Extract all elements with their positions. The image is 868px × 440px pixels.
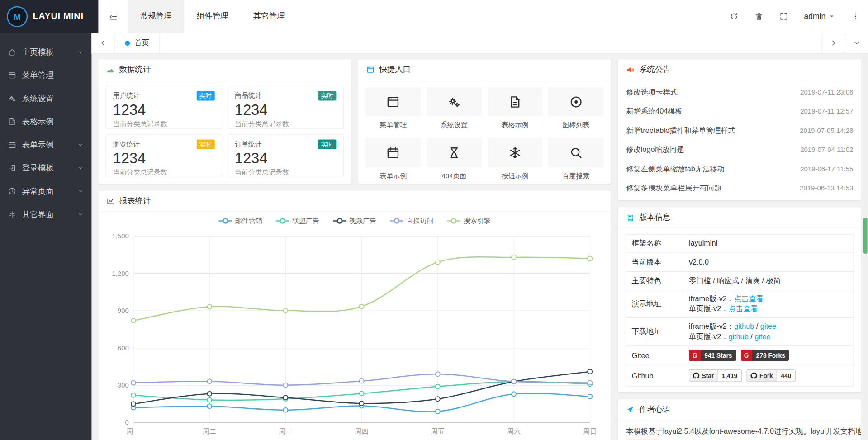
collapse-sidebar-button[interactable] <box>98 0 128 33</box>
card-title: 报表统计 <box>119 196 151 206</box>
quick-entry-item[interactable]: 图标列表 <box>548 87 603 130</box>
legend-item[interactable]: 直接访问 <box>390 217 433 225</box>
stat-panel-top: 浏览统计实时 <box>113 140 214 149</box>
stat-value: 1234 <box>113 102 214 118</box>
left-column: 数据统计 用户统计实时1234当前分类总记录数商品统计实时1234当前分类总记录… <box>98 59 611 440</box>
github-badge[interactable]: Fork440 <box>746 369 796 382</box>
quick-entry-item[interactable]: 按钮示例 <box>488 138 543 181</box>
sidebar-item-label: 主页模板 <box>22 47 54 57</box>
header-nav-tab[interactable]: 组件管理 <box>184 0 241 33</box>
quick-entry-item[interactable]: 菜单管理 <box>365 87 421 130</box>
user-menu[interactable]: admin <box>796 0 843 33</box>
tabs-menu-button[interactable] <box>845 33 868 53</box>
github-icon <box>750 372 757 379</box>
gitee-badge-row: G941 StarsG278 Forks <box>689 350 848 361</box>
quick-entry-label: 菜单管理 <box>365 120 421 130</box>
version-link-line: iframe版-v2：github / gitee <box>689 322 848 331</box>
clear-cache-button[interactable] <box>746 0 771 33</box>
svg-text:周日: 周日 <box>583 427 597 435</box>
stat-grid: 用户统计实时1234当前分类总记录数商品统计实时1234当前分类总记录数浏览统计… <box>98 80 351 183</box>
version-link[interactable]: 点击查看 <box>728 304 758 313</box>
sidebar-item[interactable]: 异常页面 <box>0 180 91 203</box>
sidebar-item[interactable]: 系统设置 <box>0 87 91 110</box>
caret-down-icon <box>828 13 835 20</box>
stat-panel-top: 商品统计实时 <box>235 91 336 100</box>
sidebar-item[interactable]: 主页模板 <box>0 41 91 64</box>
calendar-icon <box>8 141 22 149</box>
menu-fold-icon <box>108 12 118 21</box>
version-link[interactable]: gitee <box>760 322 776 331</box>
window-icon <box>8 71 22 80</box>
version-link[interactable]: github <box>734 322 754 331</box>
version-link[interactable]: 点击查看 <box>734 294 764 303</box>
tab-home[interactable]: 首页 <box>115 33 160 53</box>
notice-item[interactable]: 新增系统404模板2019-07-11 12:57 <box>626 102 853 121</box>
chevron-right-icon <box>830 39 837 47</box>
notice-item[interactable]: 修复多模块菜单栏展开有问题2019-06-13 14:53 <box>626 179 853 198</box>
stat-desc: 当前分类总记录数 <box>235 168 336 177</box>
notice-item[interactable]: 新增treetable插件和菜单管理样式2019-07-05 14:28 <box>626 121 853 140</box>
legend-item[interactable]: 搜索引擎 <box>447 217 490 225</box>
notice-text: 修改logo缩放问题 <box>626 145 684 155</box>
quick-entry-item[interactable]: 表单示例 <box>365 138 421 181</box>
quick-entry-item[interactable]: 系统设置 <box>427 87 482 130</box>
gitee-badge[interactable]: G278 Forks <box>740 350 789 361</box>
notice-text: 新增treetable插件和菜单管理样式 <box>626 125 735 135</box>
stat-label: 订单统计 <box>235 140 262 149</box>
header-nav-tab[interactable]: 其它管理 <box>241 0 297 33</box>
version-link[interactable]: github <box>728 332 748 341</box>
quick-entry-item[interactable]: 表格示例 <box>488 87 543 130</box>
sidebar-item[interactable]: 菜单管理 <box>0 64 91 87</box>
card-title: 系统公告 <box>639 64 671 74</box>
notice-item[interactable]: 修改选项卡样式2019-07-11 23:06 <box>626 82 853 101</box>
svg-text:300: 300 <box>117 381 128 389</box>
quick-entry-item[interactable]: 百度搜索 <box>548 138 603 181</box>
refresh-button[interactable] <box>721 0 746 33</box>
legend-marker <box>276 218 289 223</box>
sidebar-item[interactable]: 登录模板 <box>0 156 91 180</box>
version-link[interactable]: gitee <box>754 332 770 341</box>
notice-text: 修复左侧菜单缩放tab无法移动 <box>626 164 724 174</box>
hourglass-icon <box>447 146 461 160</box>
fullscreen-button[interactable] <box>771 0 796 33</box>
notice-item[interactable]: 修复左侧菜单缩放tab无法移动2019-06-17 11:55 <box>626 159 853 178</box>
legend-item[interactable]: 联盟广告 <box>276 217 319 225</box>
card-header: 版本信息 <box>618 207 861 228</box>
tabs-scroll-left-button[interactable] <box>91 33 114 53</box>
version-row-value: v2.0.0 <box>683 253 853 271</box>
svg-text:600: 600 <box>117 344 128 352</box>
sidebar-item[interactable]: 其它界面 <box>0 203 91 226</box>
paper-plane-icon <box>626 405 635 414</box>
legend-marker <box>390 218 403 223</box>
legend-label: 联盟广告 <box>292 216 319 226</box>
legend-item[interactable]: 视频广告 <box>333 217 376 225</box>
more-menu-button[interactable] <box>843 0 868 33</box>
sidebar-item[interactable]: 表单示例 <box>0 133 91 156</box>
area-chart-icon <box>106 65 115 74</box>
version-row: 框架名称layuimini <box>626 234 853 253</box>
tabs-scroll-right-button[interactable] <box>821 33 844 53</box>
quick-entry-item[interactable]: 404页面 <box>427 138 482 181</box>
header-nav-tab[interactable]: 常规管理 <box>128 0 184 33</box>
quick-entry-icon-box <box>427 138 482 167</box>
github-badge[interactable]: Star1,419 <box>689 369 742 382</box>
svg-text:900: 900 <box>117 307 128 314</box>
sidebar-item[interactable]: 表格示例 <box>0 110 91 133</box>
scrollbar-thumb[interactable] <box>863 218 868 254</box>
notice-item[interactable]: 修改logo缩放问题2019-07-04 11:02 <box>626 140 853 159</box>
sidebar-item-label: 表格示例 <box>22 117 54 127</box>
app-logo[interactable]: M LAYUI MINI <box>0 0 98 33</box>
sidebar-item-label: 登录模板 <box>22 163 54 173</box>
login-icon <box>8 164 22 172</box>
version-row: 主要特色零门槛 / 响应式 / 清爽 / 极简 <box>626 272 853 290</box>
tabstrip-spacer <box>160 33 822 53</box>
gitee-icon: G <box>740 350 752 361</box>
version-row-label: 演示地址 <box>626 290 683 317</box>
stat-desc: 当前分类总记录数 <box>235 119 336 128</box>
stat-label: 用户统计 <box>113 91 140 100</box>
legend-item[interactable]: 邮件营销 <box>218 217 262 225</box>
quick-entry-icon-box <box>365 87 421 116</box>
layuimini-app: M LAYUI MINI 常规管理组件管理其它管理 admin 主页模板菜单管理… <box>0 0 868 440</box>
version-row-label: Gitee <box>626 346 683 365</box>
gitee-badge[interactable]: G941 Stars <box>689 350 736 361</box>
